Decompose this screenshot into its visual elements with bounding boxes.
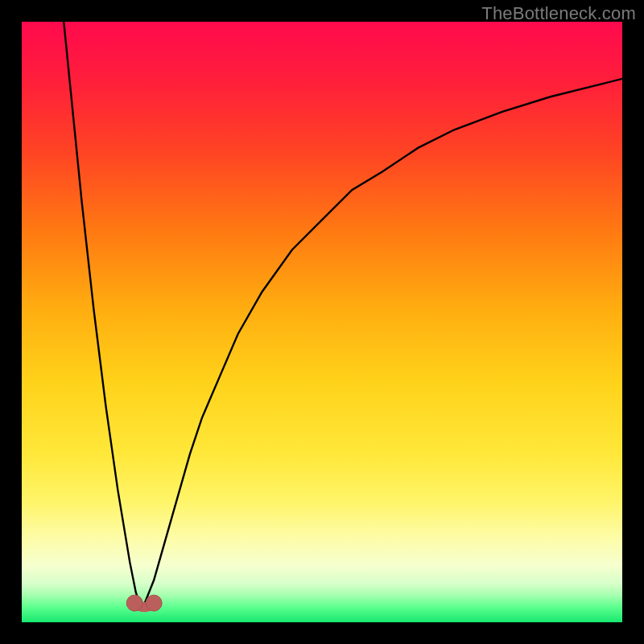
curve-right-branch — [142, 79, 622, 610]
outer-frame: TheBottleneck.com — [0, 0, 644, 644]
watermark-text: TheBottleneck.com — [481, 3, 636, 24]
trough-marker-left — [126, 595, 142, 611]
curve-left-branch — [64, 22, 142, 610]
plot-area — [22, 22, 622, 622]
trough-marker-right — [146, 595, 162, 611]
bottleneck-curve — [22, 22, 622, 622]
